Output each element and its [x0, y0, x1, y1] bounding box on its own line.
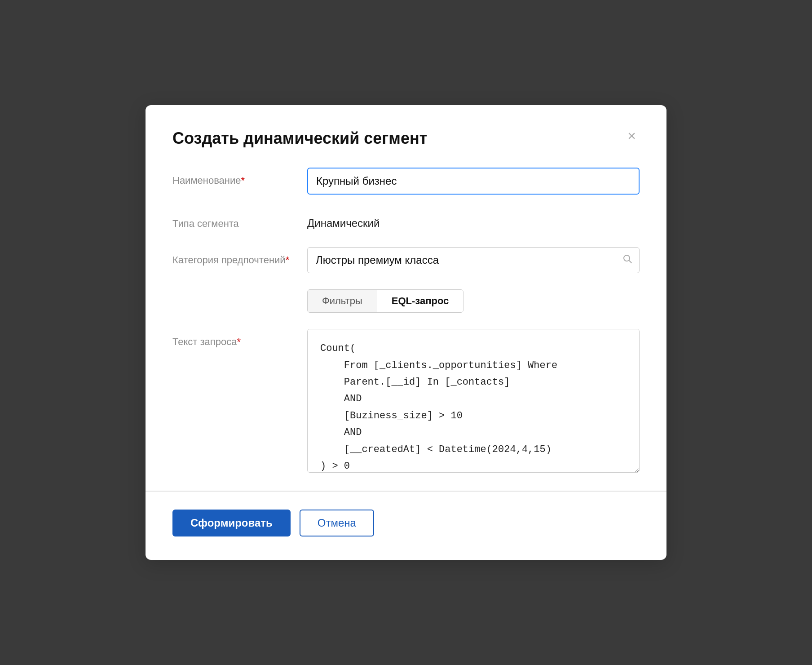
category-search-wrapper	[307, 247, 640, 273]
name-field-control	[307, 168, 640, 195]
category-field-row: Категория предпочтений*	[172, 247, 640, 273]
modal-dialog: Создать динамический сегмент × Наименова…	[146, 105, 666, 559]
category-field-control	[307, 247, 640, 273]
name-input[interactable]	[307, 168, 640, 195]
modal-header: Создать динамический сегмент ×	[172, 129, 640, 148]
category-input[interactable]	[307, 247, 640, 273]
submit-button[interactable]: Сформировать	[172, 510, 291, 536]
segment-type-value: Динамический	[307, 211, 640, 230]
footer-divider	[146, 491, 666, 492]
query-textarea[interactable]: Count( From [_clients._opportunities] Wh…	[307, 329, 640, 473]
name-label: Наименование*	[172, 168, 307, 188]
modal-overlay: Создать динамический сегмент × Наименова…	[0, 0, 812, 665]
segment-type-row: Типа сегмента Динамический	[172, 211, 640, 231]
tab-filters[interactable]: Фильтры	[308, 290, 377, 312]
footer-row: Сформировать Отмена	[172, 510, 640, 536]
query-field-row: Текст запроса* Count( From [_clients._op…	[172, 329, 640, 474]
query-label: Текст запроса*	[172, 329, 307, 349]
category-label: Категория предпочтений*	[172, 247, 307, 267]
name-field-row: Наименование*	[172, 168, 640, 195]
cancel-button[interactable]: Отмена	[300, 510, 374, 536]
tabs-row: Фильтры EQL-запрос	[172, 289, 640, 313]
segment-type-label: Типа сегмента	[172, 211, 307, 231]
tabs-container: Фильтры EQL-запрос	[307, 289, 463, 313]
close-button[interactable]: ×	[624, 127, 640, 145]
tab-eql[interactable]: EQL-запрос	[377, 290, 463, 312]
query-field-control: Count( From [_clients._opportunities] Wh…	[307, 329, 640, 474]
modal-title: Создать динамический сегмент	[172, 129, 427, 148]
